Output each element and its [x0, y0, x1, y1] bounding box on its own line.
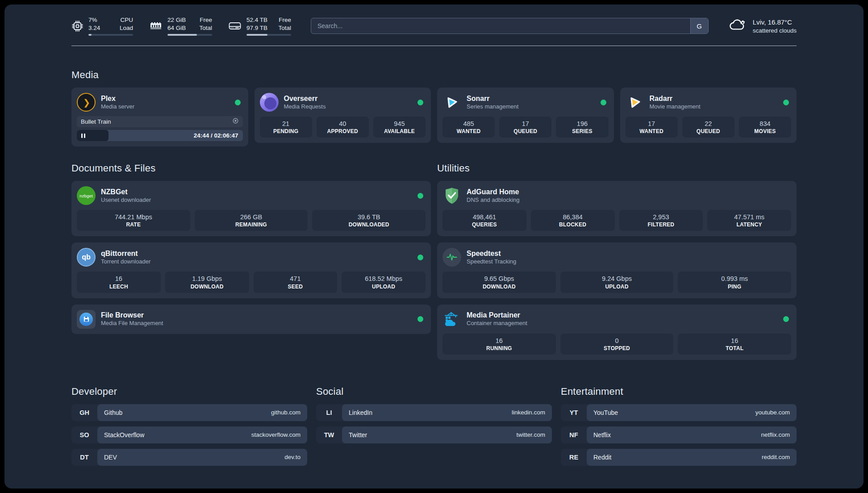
status-dot [417, 255, 423, 260]
link-name: LinkedIn [349, 409, 372, 416]
link-name: Netflix [593, 431, 611, 439]
section-title-entertainment: Entertainment [561, 386, 797, 397]
card-overseerr[interactable]: Overseerr Media Requests 21PENDING 40APP… [255, 88, 431, 143]
section-title-utilities: Utilities [437, 163, 797, 174]
card-sonarr[interactable]: Sonarr Series management 485WANTED 17QUE… [437, 88, 614, 143]
cpu-usage-label: CPU [120, 16, 133, 24]
link-url: github.com [271, 409, 300, 416]
link-youtube[interactable]: YT YouTubeyoutube.com [561, 404, 797, 421]
link-reddit[interactable]: RE Redditreddit.com [561, 449, 797, 466]
stat-pending: 21PENDING [260, 117, 312, 138]
search-engine-button[interactable]: G [690, 18, 708, 33]
stat-leech: 16LEECH [77, 272, 161, 292]
radarr-icon [626, 93, 644, 112]
card-speedtest[interactable]: Speedtest Speedtest Tracking 9.65 GbpsDO… [437, 242, 797, 298]
link-url: reddit.com [762, 454, 790, 460]
disk-progress-bar [246, 34, 291, 36]
app-name: NZBGet [101, 188, 151, 196]
link-abbr: TW [316, 426, 342, 443]
link-dev[interactable]: DT DEVdev.to [71, 449, 307, 466]
card-nzbget[interactable]: nzbget NZBGet Usenet downloader 744.21 M… [71, 181, 431, 236]
card-radarr[interactable]: Radarr Movie management 17WANTED 22QUEUE… [620, 88, 797, 143]
weather-location-temp: Lviv, 16.87°C [753, 18, 797, 27]
app-desc: Series management [467, 103, 518, 111]
stat-latency: 47.571 msLATENCY [707, 210, 791, 231]
link-github[interactable]: GH Githubgithub.com [71, 404, 307, 421]
link-name: StackOverflow [104, 431, 144, 439]
card-filebrowser[interactable]: File Browser Media File Management [71, 305, 431, 334]
ram-total-value: 64 GiB [167, 24, 186, 32]
link-twitter[interactable]: TW Twittertwitter.com [316, 426, 552, 443]
stream-progress-bar[interactable]: 24:44 / 02:06:47 [77, 130, 243, 141]
stat-wanted: 485WANTED [442, 117, 495, 138]
stat-wanted: 17WANTED [626, 117, 678, 138]
link-stackoverflow[interactable]: SO StackOverflowstackoverflow.com [71, 426, 307, 443]
dashboard-panel: 7%CPU 3.24Load 22 GiBFree 64 GiBTo [4, 4, 864, 489]
disk-total-value: 97.9 TB [246, 24, 267, 32]
stat-ping: 0.993 msPING [678, 272, 791, 292]
stream-time: 24:44 / 02:06:47 [194, 132, 243, 139]
plex-icon: ❯ [77, 93, 96, 112]
section-developer: Developer GH Githubgithub.com SO StackOv… [71, 386, 307, 466]
sonarr-icon [442, 93, 461, 112]
weather-widget: Lviv, 16.87°C scattered clouds [728, 18, 797, 33]
stat-queued: 22QUEUED [682, 117, 734, 138]
section-utilities: Utilities AdGuard Home D [437, 163, 797, 360]
link-abbr: NF [561, 426, 587, 443]
link-linkedin[interactable]: LI LinkedInlinkedin.com [316, 404, 552, 421]
stat-downloaded: 39.6 TBDOWNLOADED [312, 210, 426, 231]
filebrowser-icon [77, 310, 96, 329]
status-dot [601, 100, 606, 105]
link-abbr: RE [561, 449, 587, 466]
stat-approved: 40APPROVED [317, 117, 369, 138]
stream-title: Bullet Train [81, 118, 111, 125]
stat-filtered: 2,953FILTERED [619, 210, 703, 231]
dashboard-frame: 7%CPU 3.24Load 22 GiBFree 64 GiBTo [0, 0, 868, 493]
app-name: Plex [101, 94, 134, 103]
stat-available: 945AVAILABLE [373, 117, 426, 138]
stat-remaining: 266 GBREMAINING [195, 210, 308, 231]
disk-free-label: Free [279, 16, 291, 24]
card-qbittorrent[interactable]: qb qBittorrent Torrent downloader 16LEEC… [71, 242, 431, 298]
system-stats: 7%CPU 3.24Load 22 GiBFree 64 GiBTo [71, 16, 291, 36]
section-title-social: Social [316, 386, 552, 397]
card-plex[interactable]: ❯ Plex Media server Bullet Train [71, 88, 248, 146]
app-desc: Torrent downloader [101, 258, 150, 266]
app-name: Radarr [650, 94, 701, 103]
app-name: Overseerr [284, 94, 326, 103]
stream-settings-icon[interactable] [232, 117, 239, 126]
link-abbr: SO [71, 426, 97, 443]
stat-queued: 17QUEUED [499, 117, 551, 138]
cpu-stat: 7%CPU 3.24Load [71, 16, 133, 36]
status-dot [417, 316, 423, 322]
stat-seed: 471SEED [254, 272, 338, 292]
app-desc: Usenet downloader [101, 196, 151, 204]
stat-rate: 744.21 MbpsRATE [77, 210, 190, 231]
link-url: stackoverflow.com [251, 431, 300, 438]
stat-blocked: 86,384BLOCKED [531, 210, 615, 231]
cloud-icon [728, 18, 747, 33]
link-abbr: LI [316, 404, 342, 421]
cpu-icon [71, 20, 83, 32]
stat-stopped: 0STOPPED [560, 334, 674, 355]
ram-progress-bar [167, 34, 212, 36]
search-input[interactable] [311, 18, 690, 33]
stat-running: 16RUNNING [442, 334, 556, 355]
header-divider [71, 46, 797, 46]
status-dot [417, 100, 423, 105]
disk-free-value: 52.4 TB [246, 16, 267, 24]
speedtest-icon [442, 248, 461, 267]
app-desc: Media server [101, 103, 134, 111]
link-netflix[interactable]: NF Netflixnetflix.com [561, 426, 797, 443]
cpu-progress-bar [88, 34, 133, 36]
card-portainer[interactable]: Media Portainer Container management 16R… [437, 305, 797, 360]
app-desc: DNS and adblocking [467, 196, 520, 204]
card-adguard[interactable]: AdGuard Home DNS and adblocking 498,461Q… [437, 181, 797, 236]
link-url: netflix.com [761, 431, 790, 438]
ram-free-value: 22 GiB [167, 16, 186, 24]
link-abbr: YT [561, 404, 587, 421]
section-documents: Documents & Files nzbget NZBGet Usenet d… [71, 163, 431, 334]
app-name: Speedtest [467, 249, 516, 258]
section-entertainment: Entertainment YT YouTubeyoutube.com NF N… [561, 386, 797, 466]
weather-condition: scattered clouds [753, 27, 797, 34]
